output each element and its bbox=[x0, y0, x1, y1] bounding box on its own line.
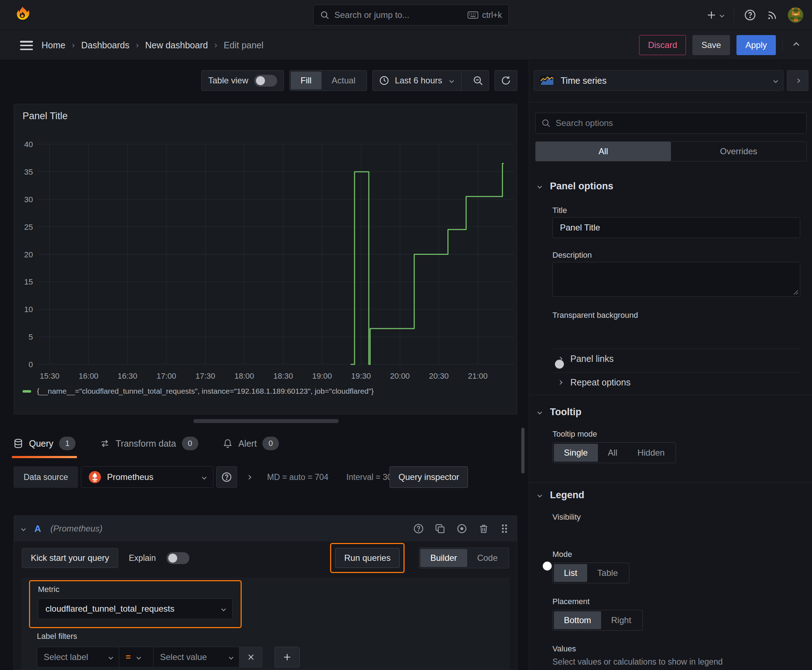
grafana-logo-icon[interactable] bbox=[14, 5, 31, 24]
chevron-down-icon bbox=[537, 184, 542, 189]
tab-transform-data[interactable]: Transform data 0 bbox=[98, 431, 200, 455]
news-rss-icon[interactable] bbox=[766, 9, 778, 21]
datasource-picker[interactable]: Prometheus bbox=[81, 466, 214, 488]
topbar-divider bbox=[734, 8, 734, 22]
query-collapse-icon[interactable] bbox=[21, 526, 26, 531]
tab-query[interactable]: Query 1 bbox=[12, 431, 77, 455]
user-avatar[interactable] bbox=[788, 7, 804, 23]
fill-option[interactable]: Fill bbox=[291, 71, 322, 90]
chevron-down-icon bbox=[537, 493, 542, 497]
panel-title-input[interactable] bbox=[553, 217, 800, 238]
operator-dropdown[interactable]: = bbox=[119, 647, 154, 668]
tooltip-mode-single[interactable]: Single bbox=[554, 444, 598, 462]
options-search-input[interactable] bbox=[556, 118, 800, 128]
svg-text:18:00: 18:00 bbox=[234, 372, 254, 381]
tab-all[interactable]: All bbox=[536, 142, 671, 161]
vertical-scrollbar[interactable] bbox=[521, 428, 524, 474]
legend-mode-segmented: List Table bbox=[553, 563, 629, 584]
metric-select[interactable]: cloudflared_tunnel_total_requests bbox=[38, 599, 233, 619]
explain-toggle[interactable] bbox=[166, 552, 190, 564]
table-view-label: Table view bbox=[208, 76, 248, 86]
query-help-icon[interactable] bbox=[413, 523, 424, 534]
global-search[interactable]: ctrl+k bbox=[313, 5, 509, 25]
fill-actual-segmented: Fill Actual bbox=[289, 70, 367, 91]
panel-title[interactable]: Panel Title bbox=[22, 111, 68, 122]
kick-start-query-button[interactable]: Kick start your query bbox=[22, 548, 118, 568]
add-new-button[interactable] bbox=[706, 10, 724, 20]
legend-item[interactable]: {__name__="cloudflared_tunnel_total_requ… bbox=[22, 387, 374, 396]
panel-options-section-header[interactable]: Panel options bbox=[538, 181, 613, 192]
query-row-header[interactable]: A (Prometheus) bbox=[14, 516, 517, 541]
breadcrumb-home[interactable]: Home bbox=[42, 40, 66, 51]
panel-links-section-header[interactable]: Panel links bbox=[559, 354, 614, 364]
time-range-label[interactable]: Last 6 hours bbox=[395, 76, 442, 86]
toggle-visibility-eye-icon[interactable] bbox=[456, 523, 468, 535]
remove-filter-button[interactable] bbox=[239, 647, 263, 668]
description-textarea[interactable] bbox=[553, 262, 800, 297]
select-label-dropdown[interactable]: Select label bbox=[37, 647, 119, 668]
tooltip-mode-all[interactable]: All bbox=[598, 444, 627, 462]
search-icon bbox=[320, 10, 329, 20]
breadcrumb-dashboards[interactable]: Dashboards bbox=[81, 40, 130, 51]
query-inspector-button[interactable]: Query inspector bbox=[390, 466, 468, 488]
tooltip-section-header[interactable]: Tooltip bbox=[538, 406, 581, 418]
help-icon[interactable] bbox=[744, 9, 756, 21]
svg-text:17:00: 17:00 bbox=[156, 372, 176, 381]
visualization-select[interactable]: Time series bbox=[534, 70, 783, 91]
svg-text:19:30: 19:30 bbox=[351, 372, 371, 381]
query-editor-card: A (Prometheus) bbox=[14, 515, 517, 670]
tab-alert[interactable]: Alert 0 bbox=[221, 431, 280, 455]
duplicate-query-icon[interactable] bbox=[435, 523, 445, 534]
datasource-help-button[interactable] bbox=[216, 466, 237, 488]
tab-overrides[interactable]: Overrides bbox=[671, 142, 806, 161]
time-series-chart[interactable]: 051015202530354015:3016:0016:3017:0017:3… bbox=[17, 135, 515, 386]
menu-toggle-icon[interactable] bbox=[20, 41, 33, 50]
svg-text:35: 35 bbox=[24, 168, 33, 176]
time-range-caret-icon[interactable] bbox=[449, 78, 454, 83]
code-option[interactable]: Code bbox=[467, 549, 508, 567]
collapse-options-pane-icon[interactable] bbox=[789, 43, 804, 47]
chevron-right-icon bbox=[558, 357, 563, 361]
query-datasource-hint: (Prometheus) bbox=[51, 524, 102, 534]
svg-text:20: 20 bbox=[24, 250, 33, 259]
actual-option[interactable]: Actual bbox=[322, 71, 366, 90]
options-search[interactable] bbox=[535, 113, 807, 134]
select-value-dropdown[interactable]: Select value bbox=[154, 647, 239, 668]
legend-mode-list[interactable]: List bbox=[554, 564, 587, 582]
save-button[interactable]: Save bbox=[692, 35, 730, 55]
panel-preview: Panel Title 051015202530354015:3016:0016… bbox=[14, 104, 517, 415]
tooltip-mode-segmented: Single All Hidden bbox=[553, 442, 676, 463]
query-ref-id[interactable]: A bbox=[34, 523, 41, 535]
repeat-options-section-header[interactable]: Repeat options bbox=[559, 377, 631, 387]
datasource-label: Data source bbox=[14, 466, 78, 488]
discard-button[interactable]: Discard bbox=[639, 35, 686, 55]
breadcrumb-new-dashboard[interactable]: New dashboard bbox=[145, 40, 208, 51]
legend-section-header[interactable]: Legend bbox=[538, 490, 584, 501]
prometheus-icon bbox=[88, 470, 101, 484]
legend-series-label[interactable]: {__name__="cloudflared_tunnel_total_requ… bbox=[37, 387, 374, 396]
refresh-button[interactable] bbox=[495, 70, 517, 91]
toggle-viz-picker-button[interactable] bbox=[787, 70, 809, 91]
legend-placement-bottom[interactable]: Bottom bbox=[554, 611, 601, 629]
zoom-out-time-icon[interactable] bbox=[467, 70, 489, 91]
apply-button[interactable]: Apply bbox=[736, 35, 776, 55]
table-view-toggle[interactable] bbox=[254, 75, 277, 86]
legend-placement-right[interactable]: Right bbox=[601, 611, 641, 629]
builder-option[interactable]: Builder bbox=[420, 549, 467, 567]
top-navigation-bar: ctrl+k bbox=[0, 0, 812, 30]
svg-text:15: 15 bbox=[24, 277, 33, 286]
pane-resize-handle[interactable] bbox=[193, 419, 339, 423]
add-filter-button[interactable] bbox=[275, 647, 300, 668]
tooltip-mode-hidden[interactable]: Hidden bbox=[627, 444, 675, 462]
transform-count-badge: 0 bbox=[182, 437, 198, 450]
metric-caret-icon bbox=[221, 607, 226, 611]
drag-handle-icon[interactable] bbox=[500, 523, 509, 534]
legend-mode-table[interactable]: Table bbox=[587, 564, 627, 582]
search-input[interactable] bbox=[334, 10, 463, 20]
delete-query-trash-icon[interactable] bbox=[478, 523, 489, 534]
topbar-actions bbox=[706, 0, 804, 30]
expand-stats-icon[interactable] bbox=[240, 466, 258, 488]
all-overrides-tabs: All Overrides bbox=[535, 141, 807, 161]
run-queries-button[interactable]: Run queries bbox=[335, 548, 399, 568]
breadcrumb-edit-panel: Edit panel bbox=[224, 40, 263, 51]
